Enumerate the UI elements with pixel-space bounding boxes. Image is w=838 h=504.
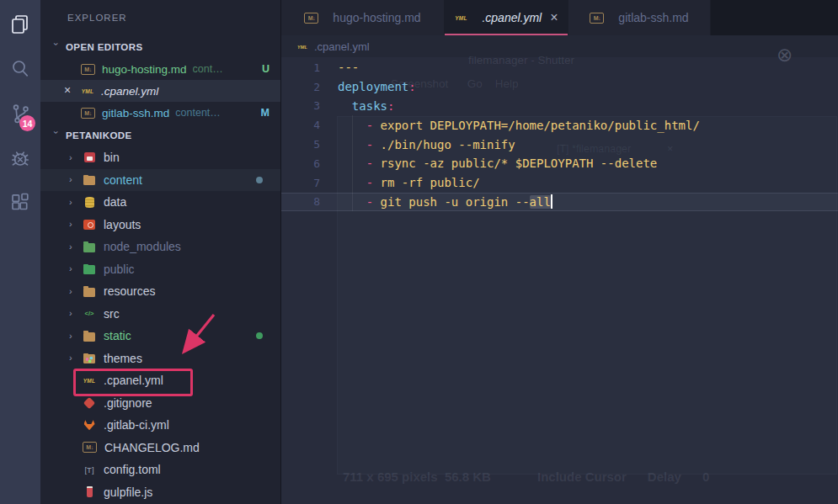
editor-group: M↓hugo-hosting.mdYML.cpanel.yml×M↓gitlab… xyxy=(280,0,838,504)
tree-item-label: CHANGELOG.md xyxy=(104,441,200,454)
search-icon xyxy=(8,57,32,84)
tree-item-gitignore[interactable]: .gitignore xyxy=(40,392,280,415)
tree-item-layouts[interactable]: ›layouts xyxy=(40,214,280,236)
chevron-right-icon: › xyxy=(69,264,83,273)
chevron-right-icon: › xyxy=(69,309,83,318)
tree-item-static[interactable]: ›static xyxy=(40,325,280,347)
yml-file-icon: YML xyxy=(83,374,96,387)
tree-item-label: .gitignore xyxy=(104,396,152,410)
tree-item-config-toml[interactable]: [T]config.toml xyxy=(40,459,280,481)
change-dot xyxy=(256,177,263,183)
tree-item-label: src xyxy=(104,307,120,321)
tab-label: .cpanel.yml xyxy=(482,11,542,24)
open-editor-gitlab-ssh-md[interactable]: M↓gitlab-ssh.mdcontent…M xyxy=(40,102,280,124)
extensions-activity-button[interactable] xyxy=(0,182,40,226)
breadcrumb-label: .cpanel.yml xyxy=(314,40,370,53)
code-line[interactable]: 6 - rsync -az public/* $DEPLOYPATH --del… xyxy=(281,154,838,173)
bin-file-icon xyxy=(83,151,96,164)
code-token: git push -u origin -- xyxy=(381,195,530,209)
project-label: PETANIKODE xyxy=(66,130,132,141)
tree-item-data[interactable]: ›data xyxy=(40,191,280,214)
chevron-right-icon: › xyxy=(69,198,83,207)
breadcrumb[interactable]: YML .cpanel.yml xyxy=(281,35,838,57)
explorer-sidebar: EXPLORER › OPEN EDITORS M↓hugo-hosting.m… xyxy=(40,0,280,504)
git-file-icon xyxy=(83,396,96,410)
code-text: - rsync -az public/* $DEPLOYPATH --delet… xyxy=(325,157,657,170)
tree-item-gulpfile-js[interactable]: gulpfile.js xyxy=(40,481,280,504)
code-text: - rm -rf public/ xyxy=(325,176,480,189)
sidebar-title: EXPLORER xyxy=(40,0,280,35)
md-file-icon: M↓ xyxy=(81,64,95,75)
ghost-status-controls: Include Cursor Delay 0 xyxy=(537,470,709,484)
yml-file-icon: YML xyxy=(296,40,308,52)
text-cursor xyxy=(551,194,552,209)
tree-item-node-modules[interactable]: ›node_modules xyxy=(40,236,280,258)
open-editors-label: OPEN EDITORS xyxy=(66,42,143,52)
tree-item-bin[interactable]: ›bin xyxy=(40,146,280,169)
line-number: 6 xyxy=(281,157,325,170)
tab-hugo-hosting-md[interactable]: M↓hugo-hosting.md xyxy=(281,0,445,35)
tree-item-gitlab-ci-yml[interactable]: .gitlab-ci.yml xyxy=(40,414,280,437)
tree-item-changelog-md[interactable]: M↓CHANGELOG.md xyxy=(40,437,280,459)
project-section-header[interactable]: › PETANIKODE xyxy=(40,124,280,146)
line-number: 7 xyxy=(281,177,325,189)
line-number: 3 xyxy=(281,99,325,112)
code-token: tasks xyxy=(352,99,387,113)
tree-item-resources[interactable]: ›resources xyxy=(40,280,280,303)
code-token: export DEPLOYPATH=/home/petaniko/public_… xyxy=(381,119,700,132)
tree-item-themes[interactable]: ›themes xyxy=(40,347,280,370)
code-token: - xyxy=(366,195,381,209)
tree-item-label: node_modules xyxy=(104,240,181,253)
code-text: --- xyxy=(325,61,359,74)
code-token xyxy=(338,99,352,113)
tree-item-src[interactable]: ›</>src xyxy=(40,303,280,326)
db-file-icon xyxy=(83,195,96,209)
tab-close-icon[interactable]: × xyxy=(550,11,558,24)
open-editors-section-header[interactable]: › OPEN EDITORS xyxy=(40,35,280,58)
code-line[interactable]: 4 - export DEPLOYPATH=/home/petaniko/pub… xyxy=(281,115,838,135)
code-line[interactable]: 2deployment: xyxy=(281,77,838,97)
search-activity-button[interactable] xyxy=(0,48,40,93)
tree-item-label: config.toml xyxy=(104,463,161,476)
code-editor[interactable]: 1---2deployment:3 tasks:4 - export DEPLO… xyxy=(281,57,838,211)
open-editor-label: gitlab-ssh.md xyxy=(102,107,169,119)
code-line[interactable]: 8 - git push -u origin --all xyxy=(281,193,838,212)
tab-gitlab-ssh-md[interactable]: M↓gitlab-ssh.md xyxy=(568,0,711,35)
tree-item-label: .gitlab-ci.yml xyxy=(104,418,169,432)
code-line[interactable]: 3 tasks: xyxy=(281,97,838,116)
tree-item-public[interactable]: ›public xyxy=(40,258,280,281)
open-editor-hugo-hosting-md[interactable]: M↓hugo-hosting.mdcont…U xyxy=(40,58,280,80)
open-editor-label: hugo-hosting.md xyxy=(102,63,187,76)
chevron-right-icon: › xyxy=(69,242,83,252)
extensions-icon xyxy=(8,191,32,218)
code-token: - xyxy=(366,157,381,170)
chevron-right-icon: › xyxy=(69,153,83,162)
file-tree: ›bin›content›data›layouts›node_modules›p… xyxy=(40,146,280,503)
code-token: all xyxy=(530,195,551,209)
tab-cpanel-yml[interactable]: YML.cpanel.yml× xyxy=(445,0,568,35)
chevron-right-icon: › xyxy=(69,332,83,341)
open-editor-cpanel-yml[interactable]: ×YML.cpanel.yml xyxy=(40,80,280,102)
code-line[interactable]: 1--- xyxy=(281,58,838,77)
git-status-badge: U xyxy=(262,63,270,75)
explorer-activity-button[interactable] xyxy=(0,3,40,48)
chevron-down-icon: › xyxy=(51,131,61,140)
chevron-right-icon: › xyxy=(69,175,83,184)
debug-activity-button[interactable] xyxy=(0,137,40,182)
code-line[interactable]: 5 - ./bin/hugo --minify xyxy=(281,135,838,154)
tree-item-content[interactable]: ›content xyxy=(40,169,280,192)
toml-file-icon: [T] xyxy=(83,463,96,476)
yml-file-icon: YML xyxy=(81,84,94,98)
code-text: tasks: xyxy=(325,99,394,113)
tree-item-label: public xyxy=(104,263,135,276)
code-line[interactable]: 7 - rm -rf public/ xyxy=(281,173,838,193)
close-icon[interactable]: × xyxy=(64,84,71,96)
line-number: 8 xyxy=(281,195,325,208)
line-number: 2 xyxy=(281,81,325,93)
code-token: : xyxy=(387,99,394,113)
code-token: - xyxy=(366,176,381,189)
source-control-activity-button[interactable]: 14 xyxy=(0,93,40,137)
tree-item-cpanel-yml[interactable]: YML.cpanel.yml xyxy=(40,369,280,392)
code-token: rm -rf public/ xyxy=(381,176,480,189)
git-status-badge: M xyxy=(261,107,270,119)
